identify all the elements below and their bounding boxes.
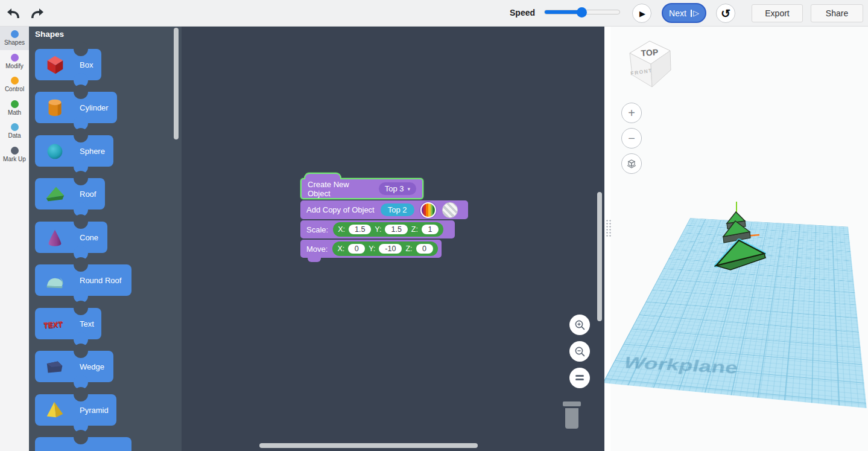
palette-block-text[interactable]: TEXT TEXT Text [35,308,101,339]
palette-block-pyramid[interactable]: Pyramid [35,394,116,426]
xyz-inputs: X: 0 Y: -10 Z: 0 [332,241,437,256]
sidebar-item-label: Mark Up [3,156,26,162]
math-category-dot-icon [11,100,19,108]
trash-dropzone[interactable] [560,397,584,436]
restart-button[interactable]: ↺ [716,4,735,23]
next-step-button[interactable]: Next ▷ [662,3,706,23]
zoom-out-icon [574,346,586,357]
viewport-home-view-button[interactable] [621,153,642,174]
viewport-divider [604,27,610,451]
3d-viewport[interactable]: Workplane TOP FRONT + − [604,27,868,451]
sidebar-item-modify[interactable]: Modify [0,50,29,74]
view-cube-top-label: TOP [641,47,659,58]
share-button[interactable]: Share [811,4,863,22]
minus-icon: − [628,132,635,144]
code-block-create-new-object[interactable]: Create New Object Top 3 ▾ [300,178,423,199]
wedge-icon [43,355,66,378]
scale-y-input[interactable]: 1.5 [385,225,407,234]
top-toolbar: Speed ▶ Next ▷ ↺ Export Share [0,0,868,27]
workplane-label: Workplane [620,354,739,378]
shapes-palette-panel: Shapes Box Cylinder [29,27,182,451]
undo-button[interactable] [5,5,22,22]
palette-block-label: Wedge [80,362,104,371]
viewport-zoom-out-button[interactable]: − [621,128,642,149]
sidebar-item-markup[interactable]: Mark Up [0,143,29,167]
share-button-label: Share [826,8,848,18]
canvas-zoom-in-button[interactable] [569,315,590,335]
viewport-zoom-in-button[interactable]: + [621,103,642,123]
palette-scrollbar[interactable] [174,28,179,139]
canvas-zoom-out-button[interactable] [569,341,590,362]
palette-block-label: Roof [80,190,96,199]
code-block-move[interactable]: Move: X: 0 Y: -10 Z: 0 [300,240,442,258]
restart-icon: ↺ [721,8,730,19]
roof-icon [43,182,66,205]
view-cube[interactable]: TOP FRONT [626,35,674,92]
step-forward-icon: ▷ [691,9,699,17]
svg-text:TEXT: TEXT [43,320,63,330]
panel-resize-handle[interactable] [606,219,612,237]
sidebar-item-label: Control [5,86,24,92]
export-button[interactable]: Export [752,4,803,22]
color-picker-icon[interactable] [420,202,436,218]
shapes-category-dot-icon [11,30,19,38]
scale-z-input[interactable]: 1 [422,225,439,234]
canvas-vertical-scrollbar[interactable] [597,192,602,321]
code-block-add-copy-of-object[interactable]: Add Copy of Object Top 2 [300,200,468,219]
cylinder-icon [43,96,66,119]
text-icon: TEXT TEXT [43,312,66,335]
code-block-label: Move: [306,245,328,254]
sidebar-item-control[interactable]: Control [0,73,29,97]
move-z-input[interactable]: 0 [416,244,433,254]
palette-block-sphere[interactable]: Sphere [35,135,113,167]
code-block-scale[interactable]: Scale: X: 1.5 Y: 1.5 Z: 1 [300,220,455,238]
next-button-label: Next [669,8,686,18]
category-sidebar: Shapes Modify Control Math Data Mark Up [0,27,29,451]
xyz-inputs: X: 1.5 Y: 1.5 Z: 1 [333,222,443,237]
palette-block-label: Text [80,319,94,328]
speed-slider-thumb[interactable] [577,7,587,18]
palette-block-round-roof[interactable]: Round Roof [35,264,131,296]
speed-label: Speed [510,8,535,18]
palette-block-partial[interactable] [35,437,131,451]
code-block-label: Add Copy of Object [306,205,375,214]
zoom-in-icon [574,319,586,331]
play-button[interactable]: ▶ [632,4,651,23]
object-reference-pill[interactable]: Top 2 [381,203,414,216]
palette-block-cone[interactable]: Cone [35,222,107,253]
speed-slider[interactable] [544,10,620,14]
object-name-dropdown[interactable]: Top 3 ▾ [379,182,416,195]
equals-icon [575,374,584,382]
sidebar-item-label: Modify [5,63,23,69]
palette-block-label: Pyramid [80,406,109,415]
canvas-center-view-button[interactable] [569,368,590,388]
palette-block-label: Cone [80,233,98,242]
palette-block-label: Box [80,60,93,69]
sidebar-item-shapes[interactable]: Shapes [0,27,29,50]
cone-icon [43,226,66,249]
canvas-horizontal-scrollbar[interactable] [259,443,478,448]
move-x-input[interactable]: 0 [348,244,365,254]
palette-block-box[interactable]: Box [35,49,101,80]
palette-block-wedge[interactable]: Wedge [35,351,113,382]
tree-model[interactable] [714,199,774,278]
plus-icon: + [628,107,635,119]
palette-block-roof[interactable]: Roof [35,178,105,210]
code-canvas[interactable]: Create New Object Top 3 ▾ Add Copy of Ob… [182,27,604,451]
panel-title: Shapes [35,30,64,39]
tinkercad-codeblocks-app: Speed ▶ Next ▷ ↺ Export Share Shapes [0,0,868,451]
palette-block-label: Round Roof [80,276,121,285]
sidebar-item-math[interactable]: Math [0,97,29,120]
material-picker-icon[interactable] [442,202,458,218]
sidebar-item-data[interactable]: Data [0,120,29,143]
play-icon: ▶ [639,9,645,18]
redo-button[interactable] [29,5,46,22]
sidebar-item-label: Math [8,109,21,116]
dropdown-value: Top 3 [385,184,404,193]
code-block-label: Scale: [306,225,328,234]
move-y-input[interactable]: -10 [379,244,402,254]
home-view-cube-icon [626,158,637,169]
scale-x-input[interactable]: 1.5 [349,225,371,234]
palette-block-label: Sphere [80,147,105,156]
palette-block-cylinder[interactable]: Cylinder [35,92,117,123]
